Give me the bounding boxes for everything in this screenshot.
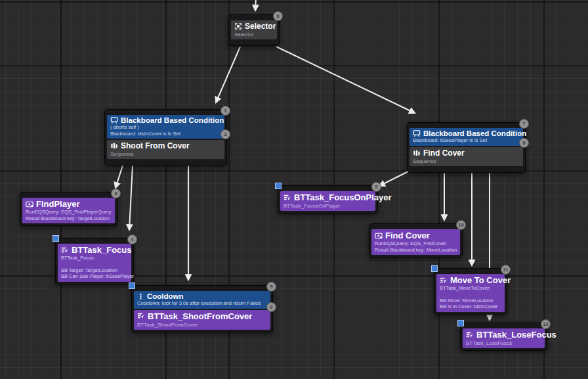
- node-subtitle: Sequence: [413, 158, 520, 164]
- bttask-script-icon: [466, 331, 474, 339]
- task-body[interactable]: FindPlayer RunEQSQuery: EQS_FindPlayerQu…: [22, 198, 115, 223]
- execution-index-badge: 5: [266, 282, 276, 292]
- wire-root-to-selector: [255, 0, 256, 11]
- task-body[interactable]: BTTask_FocusOnPlayer BTTask_FocusOnPlaye…: [280, 191, 375, 211]
- selector-icon: [234, 22, 242, 30]
- decorator-title: Blackboard Based Condition: [121, 116, 224, 124]
- execution-index-badge: 2: [220, 129, 230, 139]
- node-subtitle: Sequence: [110, 151, 221, 157]
- decorator-title: Cooldown: [147, 292, 184, 300]
- behavior-tree-graph-canvas[interactable]: 0 Selector Selector 1 2 Blackboard Based…: [0, 0, 588, 379]
- bttask-script-icon: [440, 277, 448, 284]
- detail-spacer: [440, 292, 501, 298]
- task-body[interactable]: Move To Cover BTTask_MoveToCover: BB Mov…: [436, 274, 505, 312]
- sequence-icon: [413, 149, 421, 157]
- execution-index-badge: 7: [519, 119, 529, 129]
- bt-node-shoot-from-cover[interactable]: 1 2 Blackboard Based Condition ( aborts …: [104, 109, 227, 166]
- execution-index-badge: 3: [111, 189, 121, 198]
- execution-index-badge: 8: [519, 138, 529, 148]
- blueprint-node-marker: [275, 183, 282, 189]
- wire-shootseq-to-focus: [129, 166, 133, 230]
- execution-index-badge: 1: [220, 106, 230, 116]
- bt-node-bttask-focus[interactable]: 4 BTTask_Focus BTTask_Focus: BB Target: …: [55, 238, 134, 284]
- node-title: Find Cover: [423, 148, 465, 158]
- task-detail-line: BB Target: TargetLocation: [61, 267, 128, 274]
- bt-node-find-cover-task[interactable]: 10 Find Cover RunEQSQuery: EQS_FindCover…: [369, 223, 463, 257]
- execution-index-badge: 0: [273, 11, 283, 21]
- task-detail-line: RunEQSQuery: EQS_FindCover: [375, 240, 457, 247]
- bttask-script-icon: [61, 246, 69, 254]
- decorator-aborts: ( aborts self ): [110, 124, 221, 131]
- decorator-blackboard-condition[interactable]: Blackboard Based Condition Blackboard: b…: [410, 128, 523, 146]
- node-title: Selector: [245, 22, 276, 31]
- node-title: Find Cover: [385, 231, 430, 240]
- blackboard-icon: [413, 129, 421, 137]
- node-subtitle: BTTask_FocusOnPlayer: [284, 203, 372, 209]
- task-detail-line: BB Is in Cover: bIsInCover: [440, 303, 501, 310]
- node-subtitle: BTTask_ShootFromCover: [137, 322, 267, 328]
- bt-node-find-cover-sequence[interactable]: 7 8 Blackboard Based Condition Blackboar…: [407, 122, 526, 173]
- execution-index-badge: 9: [371, 182, 381, 192]
- task-body[interactable]: BTTask_LoseFocus BTTask_LoseFocus: [463, 328, 545, 348]
- wire-selector-to-find-seq: [276, 47, 415, 113]
- eqs-query-icon: [26, 200, 33, 208]
- detail-spacer: [61, 261, 128, 267]
- bttask-script-icon: [137, 312, 145, 320]
- blueprint-node-marker: [129, 282, 135, 289]
- node-title: BTTask_Focus: [72, 245, 132, 255]
- task-detail-line: BTTask_MoveToCover:: [440, 285, 501, 292]
- bt-node-bttask-losefocus[interactable]: 12 BTTask_LoseFocus BTTask_LoseFocus: [460, 323, 547, 351]
- bt-node-selector[interactable]: 0 Selector Selector: [228, 14, 280, 46]
- task-body[interactable]: BTTask_ShootFromCover BTTask_ShootFromCo…: [134, 310, 270, 330]
- bt-node-bttask-shootfromcover[interactable]: 5 6 Cooldown Cooldown: lock for 3.0s aft…: [131, 285, 273, 332]
- node-title: BTTask_LoseFocus: [476, 330, 556, 340]
- task-detail-line: Result Blackboard key: MoveLocation: [375, 247, 457, 254]
- task-detail-line: BB Can See Player: bSeesPlayer: [61, 273, 128, 280]
- execution-index-badge: 12: [541, 319, 551, 329]
- sequence-body[interactable]: Shoot From Cover Sequence: [107, 140, 224, 159]
- node-subtitle: Selector: [234, 32, 274, 37]
- node-title: Move To Cover: [450, 275, 511, 285]
- execution-index-badge: 10: [456, 220, 466, 230]
- wire-selector-to-shoot-seq: [216, 47, 240, 102]
- blueprint-node-marker: [457, 320, 464, 326]
- sequence-icon: [110, 142, 118, 150]
- execution-index-badge: 6: [266, 302, 276, 312]
- sequence-body[interactable]: Find Cover Sequence: [410, 147, 523, 166]
- decorator-condition: Blackboard: bIsInCover is Is Set: [110, 131, 221, 137]
- decorator-condition: Cooldown: lock for 3.0s after execution …: [137, 300, 267, 307]
- node-title: FindPlayer: [36, 199, 79, 209]
- bttask-script-icon: [284, 194, 291, 202]
- bt-node-bttask-focusonplayer[interactable]: 9 BTTask_FocusOnPlayer BTTask_FocusOnPla…: [278, 185, 378, 213]
- task-body[interactable]: Find Cover RunEQSQuery: EQS_FindCover Re…: [371, 229, 460, 255]
- decorator-cooldown[interactable]: Cooldown Cooldown: lock for 3.0s after e…: [134, 291, 270, 309]
- blackboard-icon: [110, 116, 118, 124]
- selector-body: Selector Selector: [231, 20, 277, 39]
- node-subtitle: BTTask_LoseFocus: [466, 340, 541, 346]
- task-body[interactable]: BTTask_Focus BTTask_Focus: BB Target: Ta…: [58, 244, 131, 282]
- blueprint-node-marker: [52, 235, 59, 242]
- eqs-query-icon: [375, 232, 383, 240]
- decorator-blackboard-condition[interactable]: Blackboard Based Condition ( aborts self…: [107, 115, 224, 139]
- execution-index-badge: 4: [127, 234, 137, 244]
- bt-node-move-to-cover[interactable]: 11 Move To Cover BTTask_MoveToCover: BB …: [434, 268, 507, 315]
- task-detail-line: Result Blackboard key: TargetLocation: [26, 215, 112, 222]
- node-title: Shoot From Cover: [121, 141, 190, 150]
- decorator-title: Blackboard Based Condition: [423, 129, 526, 137]
- node-title: BTTask_FocusOnPlayer: [294, 192, 392, 202]
- task-detail-line: BB Move: MoveLocation: [440, 298, 501, 304]
- task-detail-line: BTTask_Focus:: [61, 255, 128, 261]
- blueprint-node-marker: [431, 265, 438, 272]
- decorator-condition: Blackboard: bSeesPlayer is Is Set: [413, 137, 520, 144]
- bt-node-find-player[interactable]: 3 FindPlayer RunEQSQuery: EQS_FindPlayer…: [20, 192, 117, 226]
- cooldown-icon: [137, 293, 144, 300]
- wire-shootseq-to-findplayer: [116, 166, 123, 188]
- node-title: BTTask_ShootFromCover: [148, 311, 252, 321]
- task-detail-line: RunEQSQuery: EQS_FindPlayerQuery: [26, 209, 112, 215]
- execution-index-badge: 11: [501, 265, 511, 275]
